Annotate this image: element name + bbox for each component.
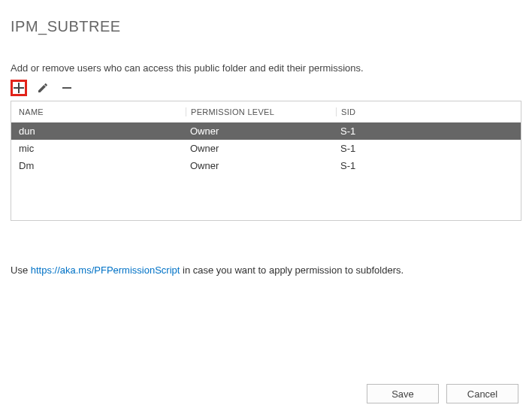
footer-suffix: in case you want to apply permission to … (180, 264, 404, 276)
svg-rect-0 (62, 87, 71, 89)
add-button[interactable] (11, 80, 27, 96)
column-header-sid[interactable]: SID (336, 107, 521, 116)
minus-icon (61, 82, 73, 94)
cell-sid: S-1 (336, 160, 521, 171)
footer-prefix: Use (11, 264, 31, 276)
plus-icon (12, 81, 26, 95)
table-body: dun Owner S-1 mic Owner S-1 Dm Owner S-1 (11, 122, 521, 174)
cell-name: mic (11, 143, 186, 154)
cell-sid: S-1 (336, 125, 521, 137)
cell-sid: S-1 (336, 143, 521, 154)
button-bar: Save Cancel (367, 384, 518, 403)
cell-name: dun (11, 125, 186, 137)
remove-button[interactable] (59, 80, 75, 96)
table-row[interactable]: Dm Owner S-1 (11, 157, 521, 174)
column-header-permission[interactable]: PERMISSION LEVEL (186, 107, 336, 116)
permissions-table: NAME PERMISSION LEVEL SID dun Owner S-1 … (11, 101, 521, 221)
table-row[interactable]: mic Owner S-1 (11, 140, 521, 157)
save-button[interactable]: Save (367, 384, 439, 403)
column-header-name[interactable]: NAME (11, 107, 186, 116)
edit-button[interactable] (35, 80, 51, 96)
cell-permission: Owner (186, 143, 336, 154)
toolbar (11, 80, 521, 96)
cell-permission: Owner (186, 160, 336, 171)
cell-name: Dm (11, 160, 186, 171)
pencil-icon (37, 82, 49, 94)
subfolder-script-link[interactable]: https://aka.ms/PFPermissionScript (31, 264, 180, 276)
page-title: IPM_SUBTREE (11, 18, 521, 35)
table-row[interactable]: dun Owner S-1 (11, 122, 521, 140)
table-header: NAME PERMISSION LEVEL SID (11, 101, 521, 122)
footer-note: Use https://aka.ms/PFPermissionScript in… (11, 264, 521, 276)
description-text: Add or remove users who can access this … (11, 62, 521, 74)
cell-permission: Owner (186, 125, 336, 137)
cancel-button[interactable]: Cancel (446, 384, 518, 403)
